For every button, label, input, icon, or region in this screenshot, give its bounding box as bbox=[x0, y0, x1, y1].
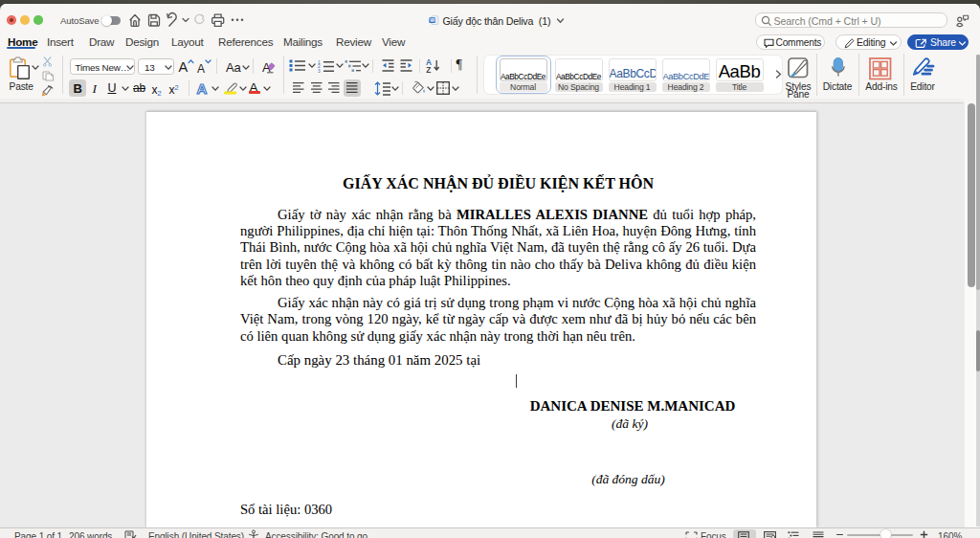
svg-text:Z: Z bbox=[426, 65, 431, 75]
svg-text:3: 3 bbox=[318, 69, 321, 74]
svg-text:W: W bbox=[430, 17, 434, 23]
